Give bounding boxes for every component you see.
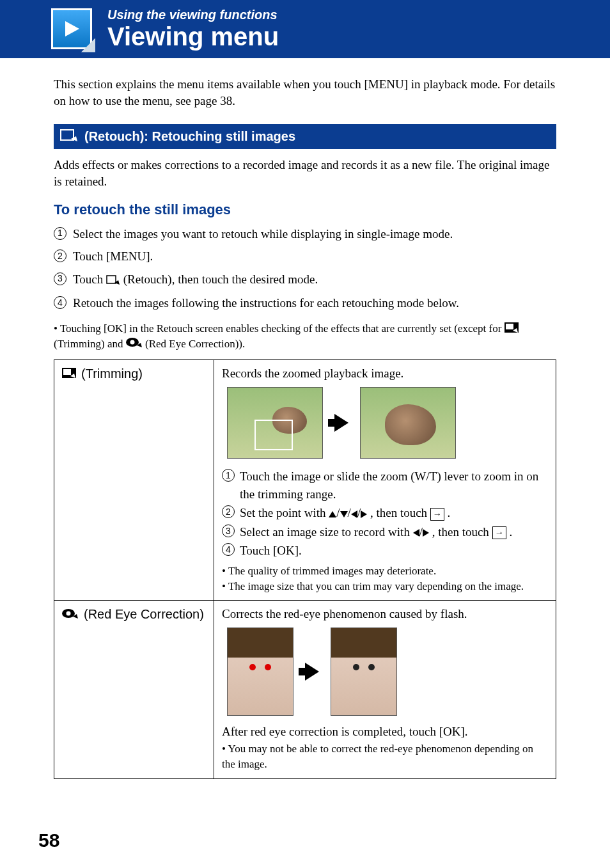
step-number-1: 1 — [222, 469, 235, 482]
left-icon — [413, 529, 419, 537]
redeye-note-1: You may not be able to correct the red-e… — [222, 741, 548, 772]
trimming-notes: The quality of trimmed images may deteri… — [222, 564, 548, 594]
trim-step-2-pre: Set the point with — [240, 506, 329, 519]
trim-after-image — [360, 387, 456, 459]
step-number-4: 4 — [54, 296, 66, 309]
down-icon — [340, 511, 348, 517]
page-title: Viewing menu — [107, 24, 279, 49]
retouch-subhead: To retouch the still images — [54, 201, 556, 218]
table-row: (Trimming) Records the zoomed playback i… — [54, 360, 556, 601]
intro-paragraph: This section explains the menu items ava… — [54, 76, 556, 109]
step-1-text: Select the images you want to retouch wh… — [73, 226, 453, 242]
svg-rect-8 — [63, 369, 71, 375]
section-label: Using the viewing functions — [107, 8, 279, 22]
trim-step-3-pre: Select an image size to record with — [240, 525, 413, 539]
red-eye-icon — [126, 337, 143, 352]
trim-step-3-mid: , then touch — [432, 525, 492, 539]
trimming-icon — [504, 322, 519, 337]
trim-step-4: Touch [OK]. — [240, 542, 302, 560]
header-banner: Using the viewing functions Viewing menu — [0, 0, 610, 58]
retouch-icon — [106, 272, 120, 289]
right-icon — [423, 529, 429, 537]
trim-step-1: Touch the image or slide the zoom (W/T) … — [240, 468, 548, 503]
step-4: 4 Retouch the images following the instr… — [54, 295, 556, 312]
step-number-3: 3 — [54, 272, 66, 285]
step-3-post: (Retouch), then touch the desired mode. — [123, 272, 318, 286]
trimming-illustration — [227, 387, 548, 459]
step-2-text: Touch [MENU]. — [73, 248, 153, 265]
trimming-icon — [62, 367, 76, 381]
up-icon — [329, 511, 336, 517]
redeye-desc: Corrects the red-eye phenomenon caused b… — [222, 607, 548, 621]
left-icon — [351, 510, 357, 518]
arrow-right-icon — [334, 414, 348, 432]
trim-note-2: The image size that you can trim may var… — [222, 579, 548, 594]
trim-note-1: The quality of trimmed images may deteri… — [222, 564, 548, 579]
redeye-illustration — [227, 627, 548, 716]
proceed-icon: → — [492, 526, 506, 539]
step-2: 2 Touch [MENU]. — [54, 248, 556, 265]
trim-step-3-post: . — [509, 525, 512, 539]
retouch-heading-bar: (Retouch): Retouching still images — [54, 124, 556, 149]
redeye-before-image — [227, 627, 293, 716]
retouch-heading-text: (Retouch): Retouching still images — [84, 129, 295, 144]
retouch-steps: 1 Select the images you want to retouch … — [54, 226, 556, 312]
redeye-after-text: After red eye correction is completed, t… — [222, 725, 548, 739]
proceed-icon: → — [430, 508, 444, 521]
step-3: 3 Touch (Retouch), then touch the desire… — [54, 271, 556, 288]
playback-icon — [51, 8, 92, 49]
retouch-description: Adds effects or makes corrections to a r… — [54, 157, 556, 189]
step-4-text: Retouch the images following the instruc… — [73, 295, 459, 312]
svg-marker-0 — [65, 21, 79, 36]
retouch-top-note: Touching [OK] in the Retouch screen enab… — [54, 322, 556, 352]
retouch-modes-table: (Trimming) Records the zoomed playback i… — [54, 359, 556, 779]
trim-before-image — [227, 387, 323, 459]
svg-rect-4 — [506, 324, 513, 329]
step-number-2: 2 — [54, 249, 66, 262]
trim-step-2-post: . — [448, 506, 451, 519]
step-3-pre: Touch — [73, 272, 106, 286]
trim-step-2-mid: , then touch — [370, 506, 430, 519]
page-number: 58 — [38, 830, 59, 851]
svg-point-6 — [130, 340, 134, 345]
step-1: 1 Select the images you want to retouch … — [54, 226, 556, 242]
redeye-after-image — [331, 627, 397, 716]
svg-rect-2 — [107, 276, 116, 283]
trimming-desc: Records the zoomed playback image. — [222, 367, 548, 381]
step-number-2: 2 — [222, 505, 235, 518]
right-icon — [361, 510, 367, 518]
trimming-steps: 1 Touch the image or slide the zoom (W/T… — [222, 468, 548, 560]
svg-point-10 — [66, 612, 71, 616]
step-number-4: 4 — [222, 543, 235, 556]
red-eye-icon — [62, 607, 79, 622]
note-pre: Touching [OK] in the Retouch screen enab… — [60, 322, 504, 335]
retouch-icon — [60, 128, 78, 145]
arrow-right-icon — [305, 663, 319, 681]
redeye-notes: You may not be able to correct the red-e… — [222, 741, 548, 772]
note-mid1: (Trimming) and — [54, 338, 126, 350]
table-row: (Red Eye Correction) Corrects the red-ey… — [54, 601, 556, 779]
redeye-label: (Red Eye Correction) — [84, 607, 204, 622]
note-mid2: (Red Eye Correction)). — [145, 338, 245, 350]
trimming-label: (Trimming) — [81, 367, 143, 381]
step-number-3: 3 — [222, 525, 235, 537]
step-number-1: 1 — [54, 227, 66, 240]
